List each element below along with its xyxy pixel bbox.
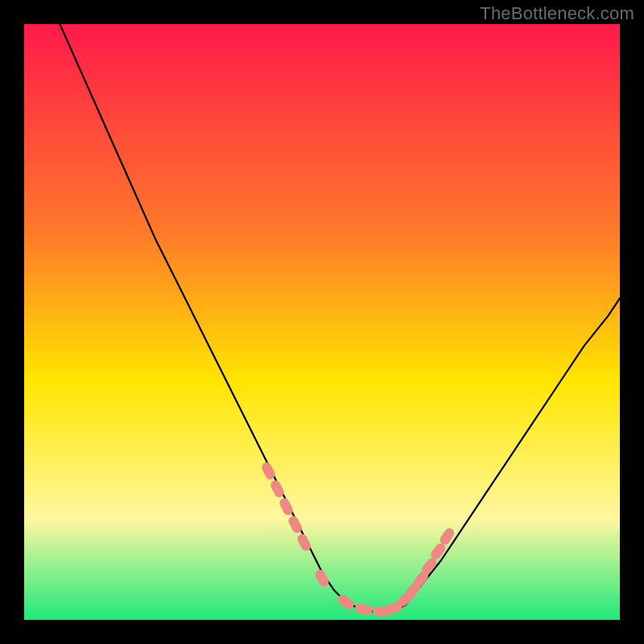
watermark-text: TheBottleneck.com	[480, 3, 634, 24]
chart-svg	[24, 24, 620, 620]
app-frame: TheBottleneck.com	[0, 0, 644, 644]
gradient-background	[24, 24, 620, 620]
chart-canvas	[24, 24, 620, 620]
